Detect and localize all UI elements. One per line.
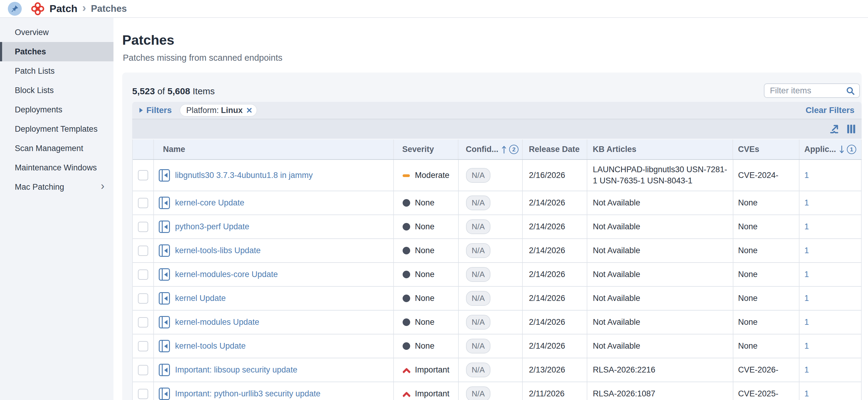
patches-card: 5,523 of 5,608 Items — [122, 73, 862, 400]
cves-cell: CVE-2026- — [734, 358, 800, 381]
filter-chip-platform[interactable]: Platform: Linux — [180, 104, 257, 117]
name-cell: Important: libsoup security update — [154, 358, 394, 381]
breadcrumb: Patches — [91, 3, 127, 14]
applicable-count-link[interactable]: 1 — [804, 317, 809, 327]
sidebar-item-deployment-templates[interactable]: Deployment Templates — [0, 119, 114, 139]
search-icon[interactable] — [846, 86, 855, 95]
patch-name-link[interactable]: Important: python-urllib3 security updat… — [175, 389, 320, 399]
applicable-count-link[interactable]: 1 — [804, 294, 809, 303]
row-checkbox[interactable] — [138, 222, 148, 232]
patch-name-link[interactable]: python3-perf Update — [175, 222, 249, 231]
patch-icon — [159, 340, 170, 352]
confidence-cell: N/A — [459, 239, 523, 262]
row-checkbox[interactable] — [138, 293, 148, 304]
severity-label: None — [415, 198, 435, 207]
column-header-applicable[interactable]: Applic... 1 — [800, 140, 862, 159]
columns-icon[interactable] — [846, 124, 856, 134]
patch-name-link[interactable]: kernel Update — [175, 294, 226, 303]
applicable-cell: 1 — [800, 239, 862, 262]
row-checkbox[interactable] — [138, 170, 148, 180]
applicable-cell: 1 — [800, 335, 862, 358]
release-date-cell: 2/13/2026 — [523, 358, 587, 381]
checkbox-cell — [133, 215, 154, 238]
sort-desc-icon[interactable] — [839, 145, 844, 154]
confidence-badge: N/A — [466, 219, 490, 234]
patch-name-link[interactable]: kernel-tools-libs Update — [175, 246, 261, 255]
applicable-count-link[interactable]: 1 — [804, 222, 809, 231]
checkbox-cell — [133, 287, 154, 310]
table-row: libgnutls30 3.7.3-4ubuntu1.8 in jammy Mo… — [133, 160, 862, 191]
filter-bar: Filters Platform: Linux Clear Filters — [132, 102, 862, 119]
sidebar-item-patch-lists[interactable]: Patch Lists — [0, 61, 114, 81]
export-icon[interactable] — [829, 124, 839, 134]
applicable-count-link[interactable]: 1 — [804, 341, 809, 351]
kb-articles-cell: Not Available — [587, 287, 733, 310]
severity-label: None — [415, 270, 435, 279]
items-count: 5,523 of 5,608 Items — [132, 86, 215, 96]
row-checkbox[interactable] — [138, 341, 148, 351]
patch-name-link[interactable]: libgnutls30 3.7.3-4ubuntu1.8 in jammy — [175, 171, 313, 180]
patch-name-link[interactable]: kernel-modules-core Update — [175, 270, 278, 279]
release-date-cell: 2/14/2026 — [523, 335, 587, 358]
patch-name-link[interactable]: kernel-tools Update — [175, 341, 246, 351]
page-title: Patches — [122, 32, 868, 48]
app-root: Patch › Patches Overview Patches Patch L… — [0, 0, 868, 400]
applicable-count-link[interactable]: 1 — [804, 171, 809, 180]
sidebar-item-deployments[interactable]: Deployments — [0, 100, 114, 119]
name-cell: kernel-modules Update — [154, 311, 394, 334]
sort-asc-icon[interactable] — [501, 145, 507, 154]
severity-label: Important — [415, 389, 450, 399]
column-header-confidence[interactable]: Confid... 2 — [459, 140, 523, 159]
severity-cell: None — [394, 335, 459, 358]
column-header-kb-articles[interactable]: KB Articles — [587, 140, 733, 159]
confidence-badge: N/A — [466, 291, 490, 306]
patch-name-link[interactable]: Important: libsoup security update — [175, 365, 297, 375]
row-checkbox[interactable] — [138, 198, 148, 208]
sidebar-item-overview[interactable]: Overview — [0, 23, 114, 42]
patch-name-link[interactable]: kernel-core Update — [175, 198, 245, 207]
applicable-count-link[interactable]: 1 — [804, 246, 809, 255]
name-cell: libgnutls30 3.7.3-4ubuntu1.8 in jammy — [154, 160, 394, 191]
release-date-cell: 2/14/2026 — [523, 287, 587, 310]
column-header-severity[interactable]: Severity — [394, 140, 459, 159]
kb-articles-cell: Not Available — [587, 311, 733, 334]
patch-name-link[interactable]: kernel-modules Update — [175, 317, 259, 327]
row-checkbox[interactable] — [138, 389, 148, 399]
severity-label: Important — [415, 365, 450, 375]
patch-icon — [159, 197, 170, 209]
remove-filter-icon[interactable] — [243, 107, 252, 113]
sidebar-item-scan-management[interactable]: Scan Management — [0, 139, 114, 158]
sidebar-item-maintenance-windows[interactable]: Maintenance Windows — [0, 158, 114, 177]
row-checkbox[interactable] — [138, 365, 148, 375]
sidebar-item-patches[interactable]: Patches — [0, 42, 114, 61]
severity-label: None — [415, 317, 435, 327]
column-header-release-date[interactable]: Release Date — [523, 140, 587, 159]
table-row: kernel-tools-libs Update None N/A 2/14/2… — [133, 239, 862, 263]
patches-table: Name Severity Confid... 2 — [132, 140, 862, 400]
filters-toggle[interactable]: Filters — [140, 106, 172, 115]
column-header-name[interactable]: Name — [154, 140, 394, 159]
breadcrumb-separator-icon: › — [83, 2, 86, 16]
sidebar-item-mac-patching[interactable]: Mac Patching › — [0, 177, 114, 197]
pin-button[interactable] — [8, 2, 22, 16]
row-checkbox[interactable] — [138, 269, 148, 280]
applicable-cell: 1 — [800, 358, 862, 381]
severity-label: None — [415, 222, 435, 231]
column-header-cves[interactable]: CVEs — [733, 140, 800, 159]
clear-filters-button[interactable]: Clear Filters — [806, 106, 855, 115]
applicable-count-link[interactable]: 1 — [804, 365, 809, 375]
applicable-count-link[interactable]: 1 — [804, 389, 809, 399]
applicable-cell: 1 — [800, 287, 862, 310]
chevron-right-icon: › — [101, 181, 104, 193]
applicable-count-link[interactable]: 1 — [804, 198, 809, 207]
main-content: Patches Patches missing from scanned end… — [114, 18, 868, 400]
name-cell: kernel-modules-core Update — [154, 263, 394, 286]
row-checkbox[interactable] — [138, 246, 148, 256]
severity-icon — [402, 270, 410, 279]
applicable-count-link[interactable]: 1 — [804, 270, 809, 279]
sidebar-item-block-lists[interactable]: Block Lists — [0, 81, 114, 100]
filter-items-input[interactable] — [770, 86, 846, 95]
row-checkbox[interactable] — [138, 317, 148, 327]
table-row: kernel-modules-core Update None N/A 2/14… — [133, 263, 862, 287]
filter-items-search[interactable] — [764, 83, 860, 98]
